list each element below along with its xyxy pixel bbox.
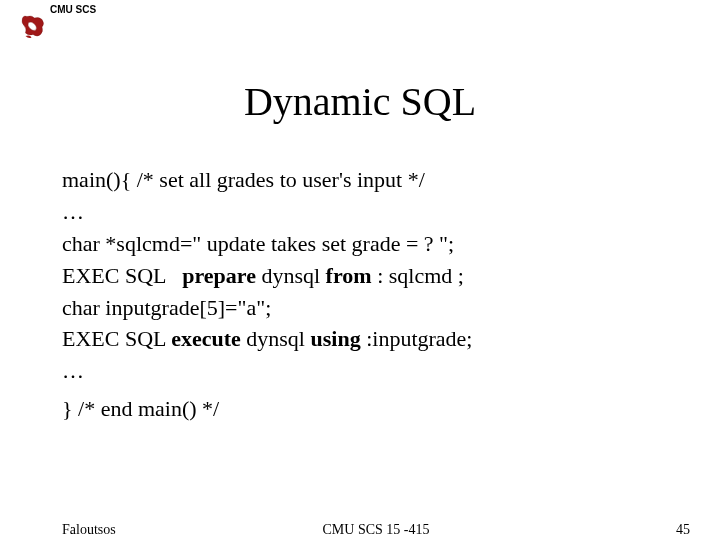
cmu-dragon-logo [18, 12, 48, 42]
header-institution-label: CMU SCS [50, 4, 96, 15]
footer-course: CMU SCS 15 -415 [62, 522, 690, 538]
code-line: char inputgrade[5]="a"; [62, 292, 662, 324]
code-line: … [62, 196, 662, 228]
slide-number: 45 [676, 522, 690, 538]
code-line: } /* end main() */ [62, 393, 662, 425]
code-line: EXEC SQL execute dynsql using :inputgrad… [62, 323, 662, 355]
slide-title: Dynamic SQL [0, 78, 720, 125]
code-block: main(){ /* set all grades to user's inpu… [62, 164, 662, 425]
code-line: … [62, 355, 662, 387]
code-line: char *sqlcmd=" update takes set grade = … [62, 228, 662, 260]
code-line: EXEC SQL prepare dynsql from : sqlcmd ; [62, 260, 662, 292]
code-line: main(){ /* set all grades to user's inpu… [62, 164, 662, 196]
